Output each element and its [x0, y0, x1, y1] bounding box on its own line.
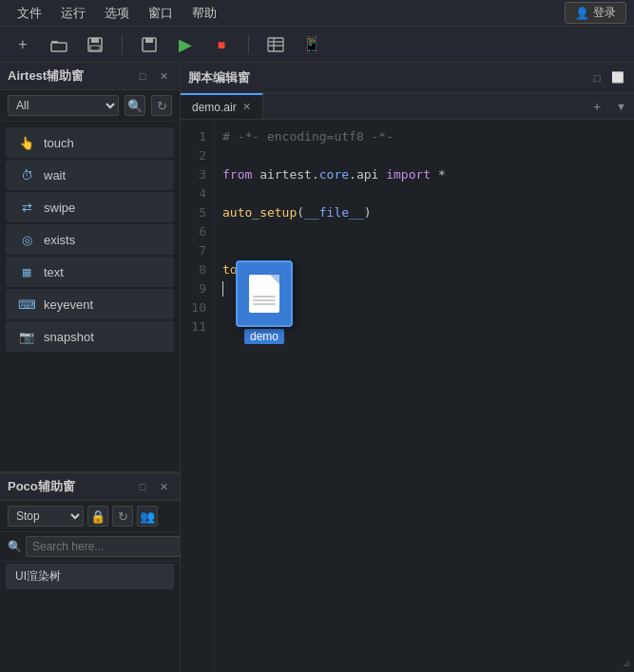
airtest-controls: All 🔍 ↻ [0, 90, 180, 122]
editor-header: 脚本编辑窗 □ ⬜ [181, 63, 634, 93]
menu-run[interactable]: 运行 [51, 3, 95, 24]
wait-label: wait [44, 168, 66, 182]
editor-panel: 脚本编辑窗 □ ⬜ demo.air ✕ + ▼ 1 2 3 4 5 [181, 63, 634, 672]
tab-label: demo.air [192, 101, 237, 114]
swipe-label: swipe [44, 201, 75, 215]
airtest-search-btn[interactable]: 🔍 [125, 95, 145, 116]
code-line-7 [222, 241, 626, 260]
poco-lock-btn[interactable]: 🔒 [87, 506, 108, 527]
code-lines[interactable]: # -*- encoding=utf8 -*- from airtest. co… [215, 120, 634, 672]
code-line-6 [222, 222, 626, 241]
poco-search-input[interactable] [26, 536, 182, 557]
main-layout: Airtest辅助窗 □ ✕ All 🔍 ↻ 👆 touch [0, 63, 634, 672]
code-line-2 [222, 146, 626, 165]
editor-minimize-btn[interactable]: □ [588, 69, 605, 86]
airtest-item-exists[interactable]: ◎ exists [6, 224, 174, 255]
device-button[interactable]: 📱 [298, 31, 325, 58]
text-cursor [222, 281, 223, 297]
save2-button[interactable] [136, 31, 163, 58]
menubar: 文件 运行 选项 窗口 帮助 👤 登录 [0, 0, 634, 27]
keyevent-icon: ⌨ [17, 295, 36, 314]
tab-close-btn[interactable]: ✕ [242, 101, 251, 113]
poco-search-icon: 🔍 [8, 540, 22, 553]
airtest-refresh-btn[interactable]: ↻ [151, 95, 172, 116]
new-button[interactable]: + [10, 31, 36, 58]
svg-rect-4 [90, 46, 100, 50]
menu-file[interactable]: 文件 [8, 3, 51, 24]
file-label: demo [244, 329, 284, 344]
poco-header-icons: □ ✕ [134, 478, 172, 495]
menu-window[interactable]: 窗口 [139, 3, 183, 24]
poco-settings-btn[interactable]: 👥 [137, 506, 158, 527]
code-line-3: from airtest. core .api import * [222, 165, 626, 184]
poco-search-row: 🔍 [0, 532, 180, 562]
left-panel: Airtest辅助窗 □ ✕ All 🔍 ↻ 👆 touch [0, 63, 181, 672]
file-icon-lines [253, 296, 276, 307]
airtest-close-btn[interactable]: ✕ [155, 67, 172, 85]
poco-stop-dropdown[interactable]: Stop [8, 506, 84, 527]
editor-tabs: demo.air ✕ + ▼ [181, 93, 634, 120]
file-icon-box[interactable] [236, 260, 293, 327]
svg-rect-3 [91, 38, 99, 43]
tabs-menu-btn[interactable]: ▼ [608, 97, 634, 116]
add-tab-btn[interactable]: + [586, 95, 608, 118]
airtest-item-swipe[interactable]: ⇄ swipe [6, 192, 174, 222]
airtest-panel: Airtest辅助窗 □ ✕ All 🔍 ↻ 👆 touch [0, 63, 180, 472]
exists-label: exists [44, 233, 75, 247]
code-line-1: # -*- encoding=utf8 -*- [222, 127, 626, 146]
keyevent-label: keyevent [44, 298, 93, 312]
open-button[interactable] [46, 31, 72, 58]
exists-icon: ◎ [17, 230, 36, 249]
tab-demo-air[interactable]: demo.air ✕ [181, 93, 263, 119]
file-tooltip: demo [236, 260, 293, 344]
separator [122, 35, 123, 54]
file-doc-icon [249, 275, 279, 313]
touch-label: touch [44, 136, 74, 150]
airtest-minimize-btn[interactable]: □ [134, 67, 151, 85]
wait-icon: ⏱ [17, 165, 36, 184]
run-button[interactable]: ▶ [172, 31, 199, 58]
poco-minimize-btn[interactable]: □ [134, 478, 151, 495]
poco-tree-item[interactable]: UI渲染树 [6, 564, 174, 589]
poco-refresh-btn[interactable]: ↻ [112, 506, 133, 527]
swipe-icon: ⇄ [17, 198, 36, 217]
airtest-items-list: 👆 touch ⏱ wait ⇄ swipe ◎ exists ▦ tex [0, 122, 180, 471]
menu-help[interactable]: 帮助 [183, 3, 226, 24]
airtest-item-keyevent[interactable]: ⌨ keyevent [6, 289, 174, 319]
airtest-item-wait[interactable]: ⏱ wait [6, 160, 174, 190]
editor-header-icons: □ ⬜ [588, 69, 626, 86]
poco-close-btn[interactable]: ✕ [155, 478, 172, 495]
airtest-item-touch[interactable]: 👆 touch [6, 127, 174, 158]
poco-controls: Stop 🔒 ↻ 👥 [0, 501, 180, 532]
code-line-4 [222, 184, 626, 203]
poco-title: Poco辅助窗 [8, 478, 75, 495]
touch-icon: 👆 [17, 133, 36, 152]
svg-rect-1 [51, 43, 67, 51]
text-icon: ▦ [17, 262, 36, 281]
svg-rect-6 [145, 38, 153, 43]
toolbar: + ▶ ■ 📱 [0, 27, 634, 63]
separator2 [248, 35, 249, 54]
snapshot-icon: 📷 [17, 327, 36, 346]
airtest-dropdown[interactable]: All [8, 95, 119, 116]
airtest-header-icons: □ ✕ [134, 67, 172, 85]
poco-panel: Poco辅助窗 □ ✕ Stop 🔒 ↻ 👥 🔍 UI渲染树 [0, 472, 180, 672]
editor-title: 脚本编辑窗 [188, 69, 250, 86]
editor-maximize-btn[interactable]: ⬜ [609, 69, 626, 86]
resize-handle: ⊿ [623, 658, 630, 668]
save-button[interactable] [82, 31, 108, 58]
svg-rect-7 [268, 38, 283, 51]
line-numbers: 1 2 3 4 5 6 7 8 9 10 11 [181, 120, 215, 672]
stop-button[interactable]: ■ [208, 31, 235, 58]
login-button[interactable]: 👤 登录 [565, 2, 626, 24]
airtest-header: Airtest辅助窗 □ ✕ [0, 63, 180, 90]
table-button[interactable] [262, 31, 289, 58]
code-line-5: auto_setup ( __file__ ) [222, 203, 626, 222]
menu-options[interactable]: 选项 [95, 3, 139, 24]
snapshot-label: snapshot [44, 330, 94, 344]
user-icon: 👤 [575, 7, 589, 20]
airtest-title: Airtest辅助窗 [8, 67, 84, 85]
airtest-item-snapshot[interactable]: 📷 snapshot [6, 321, 174, 352]
code-area: 1 2 3 4 5 6 7 8 9 10 11 # -*- encoding=u… [181, 120, 634, 672]
airtest-item-text[interactable]: ▦ text [6, 257, 174, 287]
